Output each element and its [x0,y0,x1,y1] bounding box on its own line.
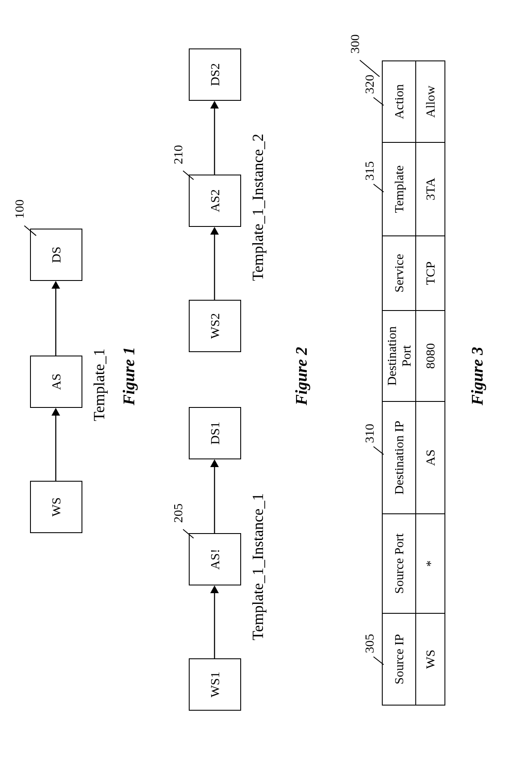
fig3-th-source-ip: Source IP [382,613,416,705]
fig2-caption: Figure 2 [292,347,311,405]
fig3-td-action: Allow [416,61,445,142]
fig3-td-template: 3TA [416,142,445,236]
fig2a-arrow-ws-as [206,585,223,660]
fig2a-arrow-as-ds [206,459,223,535]
svg-marker-1 [51,408,60,416]
fig2a-node-ws-label: WS1 [208,672,222,697]
fig2b-node-ws-label: WS2 [208,313,222,339]
fig3-td-source-ip: WS [416,613,445,705]
fig1-ref: 100 [12,199,27,219]
fig1-arrow-ws-as [47,408,64,483]
fig2b-node-ws: WS2 [189,300,241,352]
fig1-template-label: Template_1 [90,349,108,421]
fig2a-node-ds-label: DS1 [208,422,222,444]
fig3-td-source-port: * [416,514,445,613]
fig2a-node-as: AS! [189,533,241,585]
fig1-node-ws-label: WS [49,498,63,517]
fig3-th-dest-ip: Destination IP [382,401,416,514]
fig3-td-dest-port: 8080 [416,311,445,401]
fig2b-arrow-as-ds [206,101,223,176]
fig3-th-source-port: Source Port [382,514,416,613]
svg-marker-11 [210,101,219,109]
fig3-th-service: Service [382,236,416,311]
fig3-firewall-table: Source IP Source Port Destination IP Des… [382,60,445,706]
fig1-node-ds: DS [30,229,82,281]
fig2b-ref: 210 [171,145,185,164]
svg-marker-7 [210,459,219,467]
fig2a-node-as-label: AS! [208,549,222,570]
fig2b-node-ds-label: DS2 [208,63,222,86]
fig2a-node-ws: WS1 [189,658,241,711]
fig3-ref: 300 [348,34,362,54]
fig1-node-ws: WS [30,481,82,533]
fig3-caption: Figure 3 [468,347,487,405]
fig3-th-action: Action [382,61,416,142]
fig1-caption: Figure 1 [119,347,138,405]
fig2a-node-ds: DS1 [189,407,241,459]
fig2b-node-as-label: AS2 [208,189,222,212]
fig2b-arrow-ws-as [206,227,223,302]
fig3-ref-310: 310 [362,424,377,443]
fig3-ref-305: 305 [362,634,377,653]
fig1-node-as-label: AS [49,374,63,390]
svg-marker-9 [210,227,219,235]
fig2a-template-label: Template_1_Instance_1 [249,493,267,640]
fig1-arrow-as-ds [47,281,64,357]
fig1-node-as: AS [30,356,82,408]
fig2b-node-as: AS2 [189,175,241,227]
fig3-ref-315: 315 [362,161,377,181]
fig3-th-template: Template [382,142,416,236]
fig3-td-service: TCP [416,236,445,311]
fig1-node-ds-label: DS [49,247,63,263]
fig3-ref-320: 320 [362,75,377,94]
fig3-td-dest-ip: AS [416,401,445,514]
fig2b-node-ds: DS2 [189,48,241,101]
svg-marker-5 [210,585,219,593]
fig3-th-dest-port: Destination Port [382,311,416,401]
fig2b-template-label: Template_1_Instance_2 [249,134,267,281]
svg-marker-3 [51,281,60,289]
fig2a-ref: 205 [171,504,185,523]
